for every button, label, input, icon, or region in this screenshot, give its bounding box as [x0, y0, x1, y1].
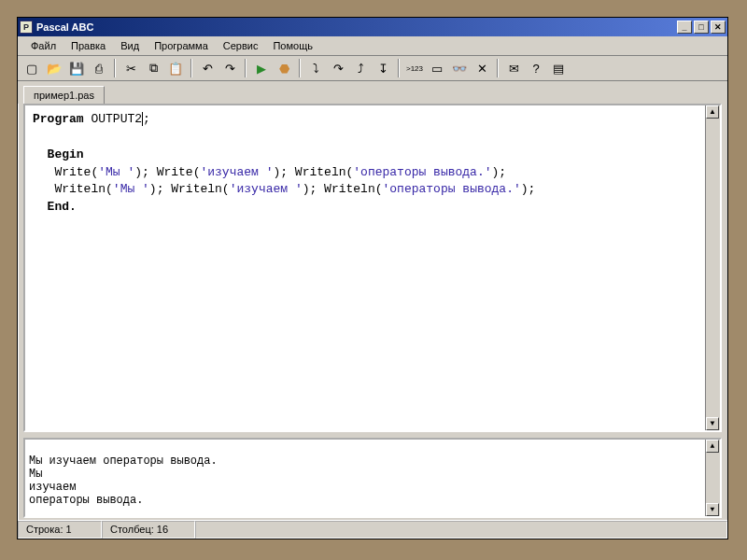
output-line: изучaeм	[29, 481, 76, 494]
code-editor[interactable]: Program OUTPUT2; Begin Write('Mы '); Wri…	[23, 104, 722, 432]
status-spacer	[195, 521, 727, 539]
step-over-icon[interactable]: ↷	[328, 58, 348, 78]
clear-icon[interactable]: ✕	[472, 58, 492, 78]
app-icon: P	[20, 21, 33, 34]
output-line: Mы	[29, 468, 42, 481]
scroll-down-icon[interactable]: ▼	[706, 503, 719, 516]
open-file-icon[interactable]: 📂	[44, 58, 64, 78]
tab-active[interactable]: пример1.pas	[23, 86, 105, 105]
toolbar-separator	[245, 59, 247, 77]
menu-service[interactable]: Сервис	[216, 38, 266, 53]
run-to-cursor-icon[interactable]: ↧	[373, 58, 393, 78]
editor-scrollbar[interactable]: ▲ ▼	[705, 105, 720, 430]
keyword-program: Program	[33, 112, 91, 126]
scroll-up-icon[interactable]: ▲	[706, 440, 719, 453]
watch-icon[interactable]: 👓	[449, 58, 470, 78]
output-panel[interactable]: Mы изучaeм oпepaтopы вывoдa. Mы изучaeм …	[23, 438, 722, 518]
menu-view[interactable]: Вид	[113, 38, 147, 53]
redo-icon[interactable]: ↷	[219, 58, 240, 78]
window-title: Pascal ABC	[36, 21, 675, 33]
new-file-icon[interactable]: ▢	[21, 58, 42, 78]
run-icon[interactable]: ▶	[251, 58, 272, 78]
menu-program[interactable]: Программа	[147, 38, 216, 53]
maximize-button[interactable]: □	[694, 21, 709, 34]
save-icon[interactable]: 💾	[66, 58, 87, 78]
toolbar-separator	[497, 59, 499, 77]
output-line: oпepaтopы вывoдa.	[29, 494, 143, 507]
status-column: Столбец: 16	[102, 521, 195, 539]
step-out-icon[interactable]: ⤴	[350, 58, 371, 78]
goto-line-icon[interactable]: >123	[404, 58, 425, 78]
scroll-up-icon[interactable]: ▲	[706, 105, 719, 119]
toolbar-separator	[190, 59, 192, 77]
titlebar: P Pascal ABC _ □ ✕	[18, 18, 727, 36]
menu-edit[interactable]: Правка	[63, 38, 113, 53]
window-controls: _ □ ✕	[675, 21, 726, 34]
window-icon[interactable]: ▭	[427, 58, 447, 78]
save-all-icon[interactable]: ⎙	[89, 58, 109, 78]
menu-help[interactable]: Помощь	[265, 38, 320, 53]
panel-icon[interactable]: ▤	[548, 58, 569, 78]
close-button[interactable]: ✕	[711, 21, 726, 34]
toolbar-separator	[398, 59, 400, 77]
undo-icon[interactable]: ↶	[197, 58, 218, 78]
help-icon[interactable]: ?	[526, 58, 546, 78]
step-into-icon[interactable]: ⤵	[305, 58, 326, 78]
output-line: Mы изучaeм oпepaтopы вывoдa.	[29, 455, 218, 468]
ident-output2: OUTPUT2	[91, 112, 142, 126]
paste-icon[interactable]: 📋	[165, 58, 186, 78]
menu-file[interactable]: Файл	[23, 38, 63, 53]
toolbar-separator	[114, 59, 116, 77]
keyword-end: End.	[33, 200, 77, 214]
toolbar-separator	[299, 59, 301, 77]
scroll-down-icon[interactable]: ▼	[706, 417, 719, 430]
code-content[interactable]: Program OUTPUT2; Begin Write('Mы '); Wri…	[25, 105, 720, 430]
output-scrollbar[interactable]: ▲ ▼	[705, 440, 720, 516]
app-window: P Pascal ABC _ □ ✕ Файл Правка Вид Прогр…	[17, 17, 728, 539]
cut-icon[interactable]: ✂	[120, 58, 141, 78]
stop-icon[interactable]: ⬣	[274, 58, 294, 78]
keyword-begin: Begin	[33, 147, 84, 161]
minimize-button[interactable]: _	[677, 21, 692, 34]
menubar: Файл Правка Вид Программа Сервис Помощь	[18, 36, 727, 56]
status-line: Строка: 1	[18, 521, 102, 539]
tab-strip: пример1.pas	[18, 81, 727, 104]
msg-icon[interactable]: ✉	[503, 58, 524, 78]
copy-icon[interactable]: ⧉	[143, 58, 163, 78]
statusbar: Строка: 1 Столбец: 16	[18, 520, 727, 539]
toolbar: ▢📂💾⎙✂⧉📋↶↷▶⬣⤵↷⤴↧>123▭👓✕✉?▤	[18, 56, 727, 81]
